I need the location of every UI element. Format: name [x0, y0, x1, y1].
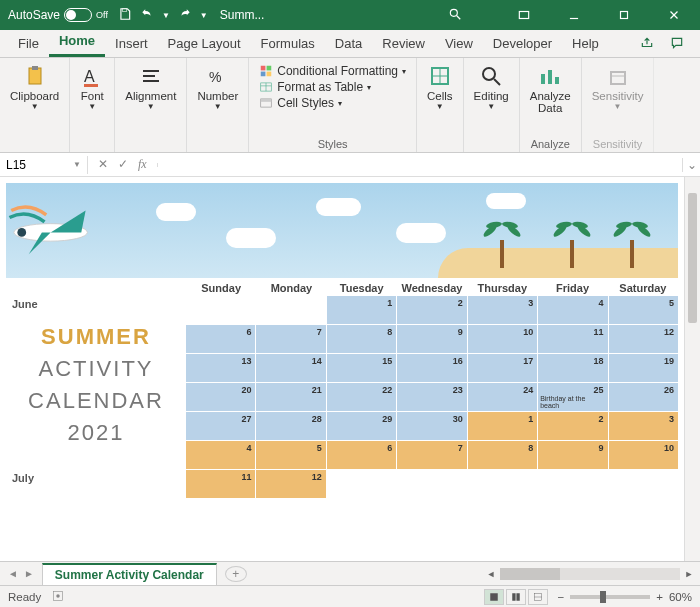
tab-file[interactable]: File: [8, 32, 49, 57]
calendar-cell[interactable]: 23: [397, 383, 466, 411]
calendar-cell[interactable]: 24: [468, 383, 537, 411]
calendar-cell[interactable]: 3: [609, 412, 678, 440]
enter-icon[interactable]: ✓: [118, 157, 128, 172]
calendar-cell[interactable]: 2: [538, 412, 607, 440]
minimize-icon[interactable]: [552, 0, 596, 30]
calendar-cell[interactable]: 22: [327, 383, 396, 411]
calendar-cell[interactable]: 12: [256, 470, 325, 498]
calendar-cell[interactable]: 2: [397, 296, 466, 324]
cells-button[interactable]: Cells▼: [423, 62, 457, 113]
redo-icon[interactable]: [178, 7, 192, 24]
zoom-control[interactable]: − + 60%: [558, 591, 692, 603]
next-sheet-icon[interactable]: ►: [24, 568, 34, 579]
macro-record-icon[interactable]: [51, 589, 65, 605]
calendar-cell[interactable]: 26: [609, 383, 678, 411]
calendar-cell[interactable]: 18: [538, 354, 607, 382]
sheet-tab-active[interactable]: Summer Activity Calendar: [42, 563, 217, 585]
calendar-cell[interactable]: 10: [468, 325, 537, 353]
page-layout-view-icon[interactable]: [506, 589, 526, 605]
calendar-cell[interactable]: 28: [256, 412, 325, 440]
expand-formula-bar-icon[interactable]: ⌄: [682, 158, 700, 172]
font-button[interactable]: AFont▼: [76, 62, 108, 113]
cell-styles-button[interactable]: Cell Styles▾: [259, 96, 406, 110]
calendar-cell[interactable]: 21: [256, 383, 325, 411]
number-button[interactable]: %Number▼: [193, 62, 242, 113]
tab-help[interactable]: Help: [562, 32, 609, 57]
tab-review[interactable]: Review: [372, 32, 435, 57]
calendar-cell[interactable]: [609, 470, 678, 498]
calendar-cell[interactable]: 9: [397, 325, 466, 353]
calendar-cell[interactable]: 7: [397, 441, 466, 469]
calendar-cell[interactable]: [468, 470, 537, 498]
formula-bar[interactable]: [157, 163, 682, 167]
chevron-down-icon[interactable]: ▼: [162, 11, 170, 20]
calendar-cell[interactable]: [397, 470, 466, 498]
sensitivity-button[interactable]: Sensitivity▼: [588, 62, 648, 113]
calendar-cell[interactable]: 6: [186, 325, 255, 353]
tab-developer[interactable]: Developer: [483, 32, 562, 57]
calendar-cell[interactable]: 1: [468, 412, 537, 440]
calendar-cell[interactable]: [256, 296, 325, 324]
calendar-cell[interactable]: 30: [397, 412, 466, 440]
calendar-cell[interactable]: 11: [186, 470, 255, 498]
zoom-in-icon[interactable]: +: [656, 591, 663, 603]
calendar-cell[interactable]: 6: [327, 441, 396, 469]
calendar-cell[interactable]: 14: [256, 354, 325, 382]
calendar-cell[interactable]: 13: [186, 354, 255, 382]
undo-icon[interactable]: [140, 7, 154, 24]
calendar-cell[interactable]: 27: [186, 412, 255, 440]
comments-icon[interactable]: [662, 32, 692, 57]
editing-button[interactable]: Editing▼: [470, 62, 513, 113]
fx-icon[interactable]: fx: [138, 157, 147, 172]
calendar-cell[interactable]: 10: [609, 441, 678, 469]
close-icon[interactable]: [652, 0, 696, 30]
alignment-button[interactable]: Alignment▼: [121, 62, 180, 113]
calendar-cell[interactable]: 15: [327, 354, 396, 382]
calendar-cell[interactable]: 16: [397, 354, 466, 382]
calendar-cell[interactable]: 4: [186, 441, 255, 469]
tab-view[interactable]: View: [435, 32, 483, 57]
calendar-cell[interactable]: [186, 296, 255, 324]
calendar-cell[interactable]: 1: [327, 296, 396, 324]
format-as-table-button[interactable]: Format as Table▾: [259, 80, 406, 94]
tab-home[interactable]: Home: [49, 29, 105, 57]
calendar-cell[interactable]: 5: [256, 441, 325, 469]
calendar-cell[interactable]: 29: [327, 412, 396, 440]
calendar-cell[interactable]: 8: [327, 325, 396, 353]
tab-data[interactable]: Data: [325, 32, 372, 57]
zoom-out-icon[interactable]: −: [558, 591, 565, 603]
calendar-cell[interactable]: 7: [256, 325, 325, 353]
cancel-icon[interactable]: ✕: [98, 157, 108, 172]
calendar-cell[interactable]: 9: [538, 441, 607, 469]
calendar-cell[interactable]: 3: [468, 296, 537, 324]
calendar-cell[interactable]: 12: [609, 325, 678, 353]
save-icon[interactable]: [118, 7, 132, 24]
search-icon[interactable]: [438, 7, 502, 24]
name-box[interactable]: L15▼: [0, 156, 88, 174]
autosave-toggle[interactable]: AutoSave Off: [8, 8, 108, 22]
calendar-cell[interactable]: 4: [538, 296, 607, 324]
calendar-cell[interactable]: 19: [609, 354, 678, 382]
calendar-cell[interactable]: 20: [186, 383, 255, 411]
calendar-cell[interactable]: 8: [468, 441, 537, 469]
normal-view-icon[interactable]: [484, 589, 504, 605]
tab-insert[interactable]: Insert: [105, 32, 158, 57]
page-break-view-icon[interactable]: [528, 589, 548, 605]
chevron-down-icon[interactable]: ▼: [200, 11, 208, 20]
analyze-data-button[interactable]: Analyze Data: [526, 62, 575, 116]
ribbon-display-icon[interactable]: [502, 0, 546, 30]
calendar-cell[interactable]: 17: [468, 354, 537, 382]
horizontal-scrollbar[interactable]: ◄►: [247, 567, 700, 581]
share-icon[interactable]: [632, 32, 662, 57]
calendar-cell[interactable]: 5: [609, 296, 678, 324]
zoom-slider[interactable]: [570, 595, 650, 599]
tab-formulas[interactable]: Formulas: [251, 32, 325, 57]
calendar-cell[interactable]: 25Birthday at the beach: [538, 383, 607, 411]
calendar-cell[interactable]: [538, 470, 607, 498]
calendar-cell[interactable]: 11: [538, 325, 607, 353]
tab-page-layout[interactable]: Page Layout: [158, 32, 251, 57]
prev-sheet-icon[interactable]: ◄: [8, 568, 18, 579]
calendar-grid[interactable]: 1234567891011121314151617181920212223242…: [186, 296, 678, 498]
conditional-formatting-button[interactable]: Conditional Formatting▾: [259, 64, 406, 78]
paste-button[interactable]: Clipboard▼: [6, 62, 63, 113]
